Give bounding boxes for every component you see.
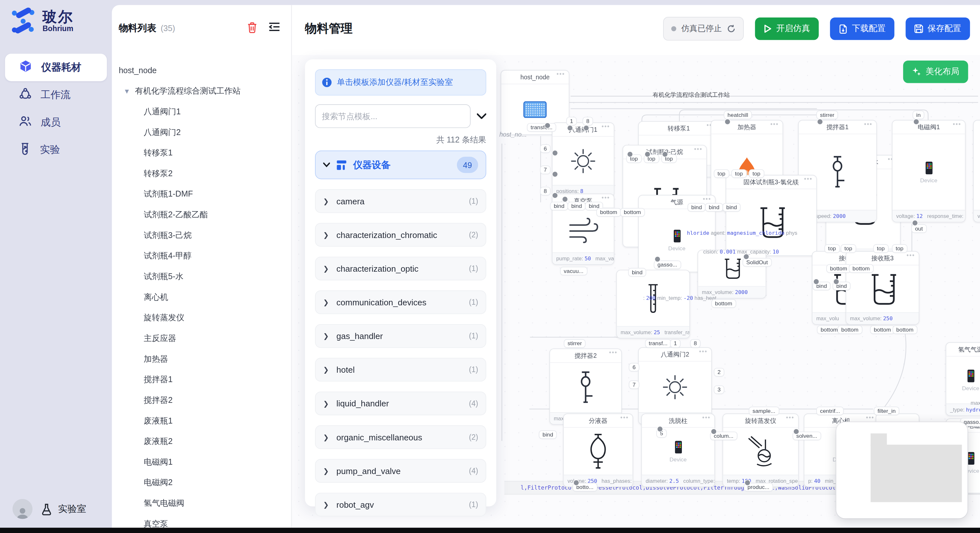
canvas-node-固体试剂瓶3-氯化镁[interactable]: 固体试剂瓶3-氯化镁••• [725, 175, 817, 256]
port-dot[interactable] [654, 256, 660, 262]
node-menu-icon[interactable]: ••• [699, 348, 708, 355]
category-row-robot_agv[interactable]: ❯robot_agv(1) [315, 493, 486, 517]
tree-item-搅拌器1[interactable]: 搅拌器1 [112, 369, 291, 390]
port-dot[interactable] [562, 196, 568, 202]
port-chip-vacuu...[interactable]: vacuu... [561, 267, 587, 274]
port-chip-bottom[interactable]: bottom [893, 326, 916, 333]
tree-item-试剂瓶3-己烷[interactable]: 试剂瓶3-己烷 [112, 225, 291, 246]
port-chip-bind[interactable]: bind [550, 202, 568, 210]
canvas-node-unnamed[interactable]: max_volume: 25transfer_rate: 10 [616, 270, 690, 338]
port-dot[interactable] [573, 479, 579, 486]
port-chip-3[interactable]: 3 [714, 386, 724, 393]
port-dot[interactable] [793, 428, 799, 435]
port-chip-stirrer[interactable]: stirrer [817, 111, 838, 119]
port-chip-bottom[interactable]: bottom [850, 265, 873, 272]
tree-item-离心机[interactable]: 离心机 [112, 287, 291, 307]
avatar[interactable] [13, 499, 33, 519]
category-row-communication_devices[interactable]: ❯communication_devices(1) [315, 290, 486, 314]
node-menu-icon[interactable]: ••• [620, 414, 629, 421]
tree-item-转移泵1[interactable]: 转移泵1 [112, 143, 291, 163]
category-row-characterization_optic[interactable]: ❯characterization_optic(1) [315, 257, 486, 281]
node-menu-icon[interactable]: ••• [694, 145, 703, 152]
node-menu-icon[interactable]: ••• [557, 71, 565, 78]
beautify-layout-button[interactable]: 美化布局 [903, 60, 968, 83]
node-menu-icon[interactable]: ••• [786, 414, 794, 421]
minimap[interactable] [836, 422, 967, 519]
port-chip-transf...[interactable]: transf... [646, 339, 670, 347]
port-chip-2[interactable]: 2 [714, 368, 724, 376]
port-dot[interactable] [913, 119, 920, 125]
tree-item-试剂瓶4-甲醇[interactable]: 试剂瓶4-甲醇 [112, 246, 291, 266]
tree-item-试剂瓶5-水[interactable]: 试剂瓶5-水 [112, 266, 291, 287]
canvas-node-分液器[interactable]: 分液器•••volume: 250has_phases: true [563, 414, 633, 487]
tree-item-八通阀门2[interactable]: 八通阀门2 [112, 122, 291, 143]
port-chip-top[interactable]: top [841, 245, 855, 252]
node-menu-icon[interactable]: ••• [601, 123, 610, 130]
start-simulation-button[interactable]: 开启仿真 [755, 17, 819, 40]
node-menu-icon[interactable]: ••• [601, 194, 610, 201]
sidebar-item-工作流[interactable]: 工作流 [5, 81, 107, 109]
category-row-organic_miscellaneous[interactable]: ❯organic_miscellaneous(2) [315, 425, 486, 449]
tree-item-电磁阀2[interactable]: 电磁阀2 [112, 472, 291, 493]
save-config-button[interactable]: 保存配置 [905, 17, 970, 40]
node-menu-icon[interactable]: ••• [609, 349, 617, 356]
port-chip-6[interactable]: 6 [629, 363, 639, 371]
delete-all-icon[interactable] [247, 22, 258, 33]
port-dot[interactable] [627, 151, 633, 157]
canvas-node-八通阀门2[interactable]: 八通阀门2•••positions: 8 [638, 347, 712, 425]
tree-item-电磁阀1[interactable]: 电磁阀1 [112, 451, 291, 472]
port-chip-bottom[interactable]: bottom [870, 326, 894, 333]
port-chip-centrif...[interactable]: centrif... [817, 407, 843, 414]
port-chip-bind[interactable]: bind [688, 204, 705, 211]
port-dot[interactable] [552, 171, 558, 177]
port-dot[interactable] [567, 125, 573, 131]
port-chip-bottom[interactable]: bottom [838, 326, 861, 333]
sidebar-item-实验[interactable]: 实验 [5, 136, 107, 163]
category-row-hotel[interactable]: ❯hotel(1) [315, 358, 486, 381]
tree-item-试剂瓶1-DMF[interactable]: 试剂瓶1-DMF [112, 184, 291, 204]
node-menu-icon[interactable]: ••• [907, 252, 915, 259]
port-chip-sample...[interactable]: sample... [749, 407, 778, 414]
port-chip-bind[interactable]: bind [539, 431, 556, 438]
node-menu-icon[interactable]: ••• [866, 414, 874, 421]
tree-item-真空泵[interactable]: 真空泵 [112, 513, 291, 528]
canvas-node-接收瓶3[interactable]: 接收瓶3•••max_volume: 250 [845, 251, 920, 325]
tree-item-有机化学流程综合测试工作站[interactable]: ▼有机化学流程综合测试工作站 [112, 81, 291, 102]
tree-item-旋转蒸发仪[interactable]: 旋转蒸发仪 [112, 307, 291, 328]
sidebar-item-仪器耗材[interactable]: 仪器耗材 [5, 54, 107, 81]
port-chip-top[interactable]: top [892, 245, 907, 252]
port-chip-7[interactable]: 7 [629, 381, 639, 388]
port-chip-top[interactable]: top [825, 245, 839, 252]
port-chip-in[interactable]: in [913, 111, 924, 119]
tree-item-废液瓶2[interactable]: 废液瓶2 [112, 431, 291, 452]
port-chip-top[interactable]: top [874, 245, 888, 252]
chevron-down-icon[interactable] [477, 113, 486, 119]
port-dot[interactable] [912, 220, 918, 226]
port-chip-bottom[interactable]: bottom [620, 209, 644, 216]
download-config-button[interactable]: 下载配置 [830, 17, 894, 40]
node-menu-icon[interactable]: ••• [770, 121, 779, 127]
port-chip-transfe...[interactable]: transfe... [528, 124, 556, 131]
node-menu-icon[interactable]: ••• [703, 195, 711, 202]
tree-item-host_node[interactable]: host_node [112, 60, 291, 81]
node-menu-icon[interactable]: ••• [864, 121, 872, 127]
port-chip-top[interactable]: top [749, 170, 763, 178]
canvas-node-unnamed[interactable]: max_volume: 2000 [697, 250, 766, 298]
port-chip-bind[interactable]: bind [568, 202, 585, 210]
port-dot[interactable] [662, 151, 668, 157]
port-chip-8[interactable]: 8 [690, 339, 700, 347]
port-chip-bottom[interactable]: bottom [597, 209, 620, 216]
node-menu-icon[interactable]: ••• [804, 176, 813, 182]
canvas-node-八通阀门1[interactable]: 八通阀门1•••positions: 8 [552, 122, 614, 197]
lab-entry[interactable]: 实验室 [40, 503, 86, 516]
port-chip-7[interactable]: 7 [541, 166, 550, 174]
port-chip-heatchill[interactable]: heatchill [724, 111, 751, 119]
port-dot[interactable] [817, 119, 823, 125]
port-chip-1[interactable]: 1 [670, 339, 680, 347]
tree-item-主反应器[interactable]: 主反应器 [112, 328, 291, 348]
category-row-pump_and_valve[interactable]: ❯pump_and_valve(4) [315, 459, 486, 482]
sidebar-item-成员[interactable]: 成员 [5, 109, 107, 136]
port-dot[interactable] [544, 122, 550, 128]
port-chip-8[interactable]: 8 [541, 187, 550, 195]
category-row-characterization_chromatic[interactable]: ❯characterization_chromatic(2) [315, 223, 486, 246]
